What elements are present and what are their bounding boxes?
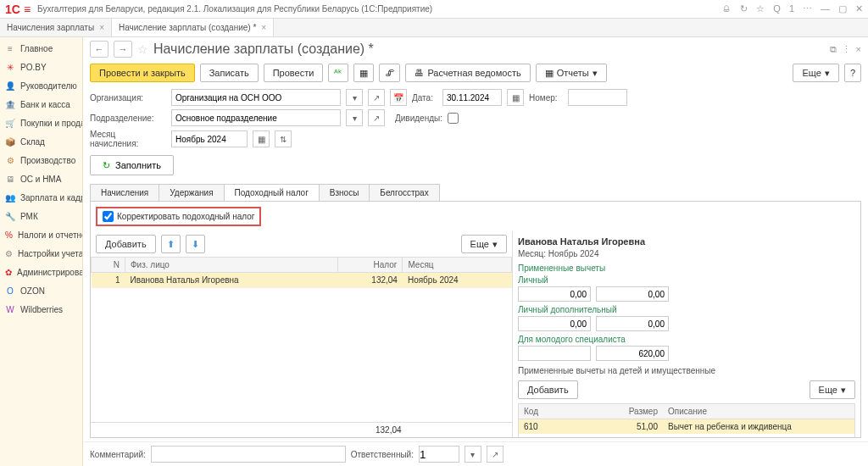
menu-burger-icon[interactable]: ≡ xyxy=(24,3,31,16)
sidebar-item[interactable]: ⚙Производство xyxy=(0,151,82,169)
window-titlebar: 1C ≡ Бухгалтерия для Беларуси, редакция … xyxy=(0,0,868,19)
dept-input[interactable] xyxy=(171,109,341,126)
dividends-checkbox[interactable] xyxy=(448,113,459,124)
app-title: Бухгалтерия для Беларуси, редакция 2.1. … xyxy=(37,4,722,14)
close-icon[interactable]: ✕ xyxy=(855,3,863,14)
post-button[interactable]: Провести xyxy=(264,64,324,82)
open-icon[interactable]: ↗ xyxy=(368,109,385,126)
favorite-icon[interactable]: ☆ xyxy=(137,42,148,56)
dropdown-icon[interactable]: ▾ xyxy=(346,89,363,106)
number-input[interactable] xyxy=(568,89,627,106)
sidebar-item[interactable]: 📦Склад xyxy=(0,132,82,151)
correct-tax-checkbox[interactable]: Корректировать подоходный налог xyxy=(96,207,261,226)
young-a-input[interactable] xyxy=(518,346,591,361)
attach-button[interactable]: 🖇 xyxy=(379,64,400,82)
dividends-label: Дивиденды: xyxy=(395,114,442,123)
young-b-input[interactable] xyxy=(596,346,669,361)
page-close-icon[interactable]: × xyxy=(856,44,861,55)
sidebar-item[interactable]: 👥Зарплата и кадры xyxy=(0,188,82,207)
nav-back-button[interactable]: ← xyxy=(90,41,108,58)
post-and-close-button[interactable]: Провести и закрыть xyxy=(90,64,195,82)
add-row-button[interactable]: Добавить xyxy=(96,235,156,253)
user-hint[interactable]: 1 xyxy=(789,3,794,14)
sidebar-item[interactable]: 🔧РМК xyxy=(0,207,82,225)
sidebar-icon: 👥 xyxy=(5,192,15,202)
star-icon[interactable]: ☆ xyxy=(756,3,765,14)
personal-a-input[interactable] xyxy=(518,286,591,302)
save-button[interactable]: Записать xyxy=(200,64,259,82)
calendar-icon[interactable]: 📅 xyxy=(390,89,407,106)
detail-tab[interactable]: Белгосстрах xyxy=(369,184,439,201)
sidebar-item[interactable]: OOZON xyxy=(0,281,82,300)
table-row[interactable]: 610 51,00 Вычет на ребенка и иждивенца xyxy=(519,419,854,435)
date-input[interactable] xyxy=(442,89,502,106)
tax-table[interactable]: N Физ. лицо Налог Месяц 1Иванова Наталья… xyxy=(91,257,512,422)
dropdown-icon[interactable]: ▾ xyxy=(346,109,363,126)
page-title: Начисление зарплаты (создание) * xyxy=(153,42,374,57)
minimize-icon[interactable]: — xyxy=(821,3,830,14)
dropdown-icon[interactable]: ▾ xyxy=(465,446,481,463)
personal-add-a-input[interactable] xyxy=(518,316,591,331)
sidebar-icon: 📦 xyxy=(5,136,15,147)
resp-input[interactable] xyxy=(419,446,459,463)
personal-b-input[interactable] xyxy=(596,286,669,302)
sidebar-item[interactable]: ⚙Настройки учета xyxy=(0,244,82,263)
children-deductions-table[interactable]: Код Размер Описание 610 51,00 Вычет на р… xyxy=(518,403,855,437)
detail-tab[interactable]: Подоходный налог xyxy=(224,184,320,201)
sidebar-icon: 🛒 xyxy=(5,118,15,128)
kebab-icon[interactable]: ⋮ xyxy=(842,44,851,55)
month-stepper-icon[interactable]: ⇅ xyxy=(275,130,292,147)
resp-label: Ответственный: xyxy=(351,450,414,459)
fill-button[interactable]: ↻Заполнить xyxy=(90,155,174,175)
form-layout-button[interactable]: ▦ xyxy=(353,64,374,82)
sidebar-icon: ≡ xyxy=(5,43,15,53)
file-tab[interactable]: Начисление зарплаты (создание) * × xyxy=(112,19,274,36)
org-label: Организация: xyxy=(90,93,166,103)
table-row[interactable]: 1Иванова Наталья Игоревна132,04Ноябрь 20… xyxy=(92,273,512,288)
sidebar-item[interactable]: 👤Руководителю xyxy=(0,76,82,95)
open-icon[interactable]: ↗ xyxy=(487,446,504,463)
nav-forward-button[interactable]: → xyxy=(114,41,132,58)
tab-close-icon[interactable]: × xyxy=(99,23,104,32)
month-input[interactable] xyxy=(171,130,248,147)
search-icon[interactable]: Q xyxy=(773,3,781,14)
file-tab[interactable]: Начисления зарплаты × xyxy=(0,19,112,36)
sidebar-item[interactable]: WWildberries xyxy=(0,300,82,319)
dept-label: Подразделение: xyxy=(90,114,166,123)
month-picker-icon[interactable]: ▦ xyxy=(253,130,270,147)
sidebar-item[interactable]: 🏦Банк и касса xyxy=(0,95,82,114)
maximize-icon[interactable]: ▢ xyxy=(838,3,847,14)
move-down-button[interactable]: ⬇ xyxy=(186,235,205,253)
reports-button[interactable]: ▦Отчеты▾ xyxy=(536,64,607,82)
options-icon[interactable]: ⋯ xyxy=(803,3,812,14)
open-new-window-icon[interactable]: ⧉ xyxy=(830,44,837,55)
titlebar-actions: 🕭 ↻ ☆ Q 1 ⋯ — ▢ ✕ xyxy=(722,3,863,14)
move-up-button[interactable]: ⬆ xyxy=(161,235,181,253)
payslip-button[interactable]: 🖶Расчетная ведомость xyxy=(405,64,530,82)
date-picker-icon[interactable]: ▦ xyxy=(507,89,524,106)
help-button[interactable]: ? xyxy=(844,64,861,82)
sidebar-item[interactable]: ✿Администрирование xyxy=(0,263,82,281)
history-icon[interactable]: ↻ xyxy=(740,3,748,14)
right-add-button[interactable]: Добавить xyxy=(518,380,578,399)
sidebar-item[interactable]: 🖥ОС и НМА xyxy=(0,169,82,188)
left-more-button[interactable]: Еще▾ xyxy=(461,235,507,253)
right-more-button[interactable]: Еще▾ xyxy=(810,380,855,399)
comment-input[interactable] xyxy=(151,446,346,463)
detail-tab[interactable]: Начисления xyxy=(90,184,159,201)
more-button[interactable]: Еще▾ xyxy=(793,64,838,82)
sidebar-item[interactable]: 🛒Покупки и продажи xyxy=(0,114,82,132)
sidebar-icon: 👤 xyxy=(5,80,15,91)
open-icon[interactable]: ↗ xyxy=(368,89,385,106)
sidebar-item[interactable]: ≡Главное xyxy=(0,39,82,58)
personal-add-b-input[interactable] xyxy=(596,316,669,331)
sidebar-item[interactable]: ✳PO.BY xyxy=(0,58,82,76)
org-input[interactable] xyxy=(171,89,341,106)
detail-tab[interactable]: Взносы xyxy=(319,184,370,201)
dt-kt-button[interactable]: ᴬᵏ xyxy=(328,64,348,82)
bell-icon[interactable]: 🕭 xyxy=(722,3,732,14)
tab-close-icon[interactable]: × xyxy=(261,23,266,32)
detail-tab[interactable]: Удержания xyxy=(159,184,224,201)
sidebar-item[interactable]: %Налоги и отчетность xyxy=(0,225,82,244)
app-logo: 1C xyxy=(5,3,20,16)
